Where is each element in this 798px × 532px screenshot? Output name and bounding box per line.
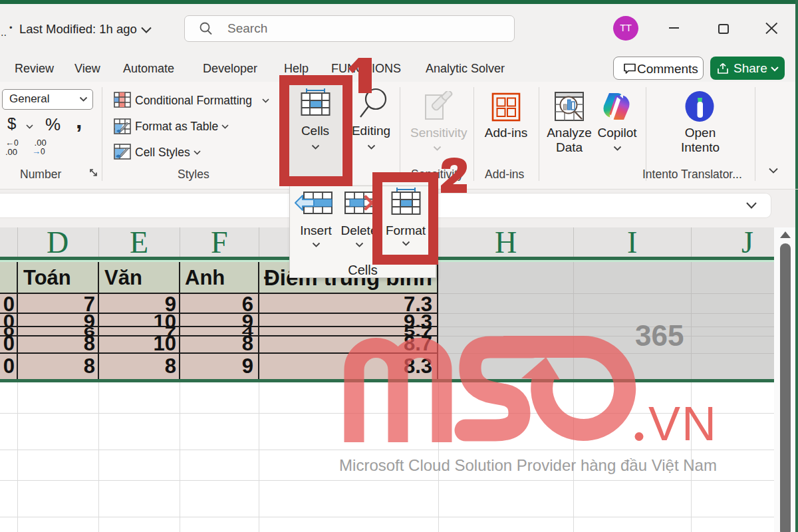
svg-text:VN: VN <box>648 397 718 450</box>
